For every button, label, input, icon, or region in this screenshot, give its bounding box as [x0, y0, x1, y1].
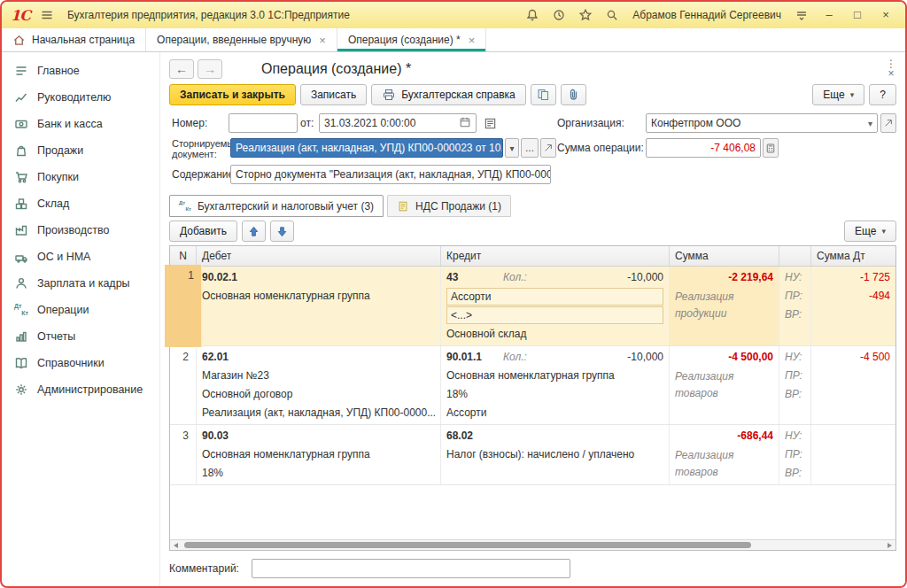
storno-open-button[interactable]	[540, 138, 556, 158]
sidebar-item-warehouse[interactable]: Склад	[2, 190, 159, 217]
operation-amount-input[interactable]: -7 406,08	[646, 138, 761, 158]
tab-manual-operations[interactable]: Операции, введенные вручную ×	[146, 28, 337, 51]
sidebar-item-label: Банк и касса	[37, 118, 103, 130]
col-n[interactable]: N	[170, 246, 197, 266]
sidebar-item-manager[interactable]: Руководителю	[2, 84, 159, 111]
help-button[interactable]: ?	[869, 84, 896, 105]
credit-cell[interactable]: 68.02 Налог (взносы): начислено / уплаче…	[441, 425, 670, 484]
sidebar-item-fixed-assets[interactable]: ОС и НМА	[2, 244, 159, 270]
col-credit[interactable]: Кредит	[441, 246, 670, 266]
tab-vat-sales[interactable]: НДС Продажи (1)	[387, 195, 511, 217]
scrollbar-thumb[interactable]	[184, 542, 751, 548]
scroll-right-icon[interactable]	[888, 543, 892, 548]
storno-choose-button[interactable]: ...	[521, 138, 539, 158]
sidebar-item-directories[interactable]: Справочники	[2, 350, 159, 376]
table-row[interactable]: 3 90.03 Основная номенклатурная группа 1…	[170, 425, 895, 485]
chevron-down-icon: ▾	[881, 227, 886, 236]
sidebar-item-label: Склад	[37, 197, 69, 210]
date-label: от:	[300, 117, 314, 129]
favorites-star-icon[interactable]	[576, 6, 595, 24]
minimize-button[interactable]: –	[818, 6, 840, 24]
sidebar-item-administration[interactable]: Администрирование	[2, 376, 159, 403]
sidebar-item-label: Справочники	[37, 357, 105, 369]
form-close-icon[interactable]: ×	[888, 69, 894, 79]
debit-cell[interactable]: 90.03 Основная номенклатурная группа 18%	[197, 425, 441, 484]
debit-cell[interactable]: 90.02.1 Основная номенклатурная группа	[197, 267, 441, 345]
number-input[interactable]	[229, 113, 298, 133]
calendar-icon[interactable]	[459, 116, 471, 131]
save-button[interactable]: Записать	[300, 84, 367, 105]
tab-close-icon[interactable]: ×	[319, 34, 326, 47]
date-list-button[interactable]	[481, 113, 499, 133]
search-icon[interactable]	[602, 6, 622, 24]
table-row[interactable]: 2 62.01 Магазин №23 Основной договор Реа…	[170, 346, 895, 425]
col-sum-dt[interactable]: Сумма Дт	[811, 246, 895, 266]
accounting-reference-button[interactable]: Бухгалтерская справка	[371, 84, 526, 105]
tab-accounting-tax[interactable]: ДтКт Бухгалтерский и налоговый учет (3)	[169, 195, 384, 217]
table-row[interactable]: 1 90.02.1 Основная номенклатурная группа…	[170, 267, 895, 346]
debit-cell[interactable]: 62.01 Магазин №23 Основной договор Реали…	[197, 346, 441, 424]
forward-button[interactable]: →	[198, 59, 222, 79]
sum-dt-cell[interactable]: -1 725 -494	[811, 267, 895, 345]
sidebar-item-production[interactable]: Производство	[2, 217, 159, 244]
attachments-button[interactable]	[561, 84, 586, 105]
col-tax	[779, 246, 811, 266]
related-documents-button[interactable]	[531, 84, 556, 105]
more-button[interactable]: Еще▾	[812, 84, 864, 105]
sidebar-item-label: Руководителю	[37, 91, 111, 104]
save-and-close-button[interactable]: Записать и закрыть	[169, 84, 296, 105]
back-button[interactable]: ←	[169, 59, 194, 79]
move-up-button[interactable]	[242, 220, 266, 242]
sidebar-item-reports[interactable]: Отчеты	[2, 323, 159, 350]
vat-doc-icon	[397, 200, 409, 213]
paperclip-icon	[566, 88, 581, 102]
main-section-icon	[14, 64, 28, 78]
notifications-bell-icon[interactable]	[523, 6, 542, 24]
sidebar-item-bank-cash[interactable]: Банк и касса	[2, 111, 159, 137]
comment-input[interactable]	[252, 559, 570, 578]
content-input[interactable]: Сторно документа "Реализация (акт, накла…	[230, 165, 551, 184]
tab-close-icon[interactable]: ×	[469, 34, 476, 47]
tab-operation-create[interactable]: Операция (создание) * ×	[337, 28, 486, 51]
table-header: N Дебет Кредит Сумма Сумма Дт	[170, 246, 895, 267]
sidebar-item-label: Покупки	[37, 171, 79, 183]
manager-chart-icon	[14, 90, 28, 104]
credit-cell[interactable]: 90.01.1 Кол.: -10,000 Основная номенклат…	[441, 346, 670, 424]
col-sum[interactable]: Сумма	[670, 246, 779, 266]
move-down-button[interactable]	[270, 220, 294, 242]
maximize-button[interactable]: □	[847, 6, 868, 24]
service-menu-icon[interactable]	[792, 6, 811, 24]
col-debit[interactable]: Дебет	[197, 246, 441, 266]
hamburger-menu-icon[interactable]	[37, 6, 57, 24]
organization-open-button[interactable]	[880, 113, 896, 133]
storno-document-input[interactable]: Реализация (акт, накладная, УПД) КП00-00…	[230, 138, 503, 158]
current-user[interactable]: Абрамов Геннадий Сергеевич	[632, 9, 781, 21]
sidebar-item-label: Продажи	[37, 144, 83, 157]
sidebar-item-main[interactable]: Главное	[2, 58, 159, 84]
sum-dt-cell[interactable]	[811, 425, 895, 484]
command-bar: Записать и закрыть Записать Бухгалтерска…	[160, 82, 905, 111]
sidebar-item-purchases[interactable]: Покупки	[2, 164, 159, 190]
sidebar-item-payroll-hr[interactable]: Зарплата и кадры	[2, 270, 159, 297]
grid-toolbar: Добавить Еще▾	[160, 217, 905, 245]
reports-icon	[14, 329, 28, 344]
credit-cell[interactable]: 43 Кол.: -10,000 Ассорти <...> Основной …	[441, 267, 670, 345]
sidebar-item-operations[interactable]: ДтКт Операции	[2, 297, 159, 323]
scroll-left-icon[interactable]	[174, 543, 178, 548]
tab-home[interactable]: Начальная страница	[2, 28, 146, 51]
chevron-down-icon[interactable]: ▾	[868, 119, 872, 128]
sum-cell[interactable]: -686,44 Реализация товаров	[670, 425, 779, 484]
calculator-button[interactable]	[763, 138, 779, 158]
storno-dropdown-button[interactable]: ▾	[505, 138, 519, 158]
date-input[interactable]: 31.03.2021 0:00:00	[319, 113, 477, 133]
sum-dt-cell[interactable]: -4 500	[811, 346, 895, 424]
grid-more-button[interactable]: Еще▾	[844, 220, 896, 242]
sum-cell[interactable]: -2 219,64 Реализация продукции	[670, 267, 779, 345]
horizontal-scrollbar[interactable]	[170, 539, 895, 550]
sum-cell[interactable]: -4 500,00 Реализация товаров	[670, 346, 779, 424]
close-window-button[interactable]: ×	[875, 6, 896, 24]
sidebar-item-sales[interactable]: Продажи	[2, 137, 159, 164]
history-icon[interactable]	[549, 6, 569, 24]
organization-combo[interactable]: Конфетпром ООО ▾	[646, 113, 878, 133]
add-row-button[interactable]: Добавить	[169, 220, 237, 242]
